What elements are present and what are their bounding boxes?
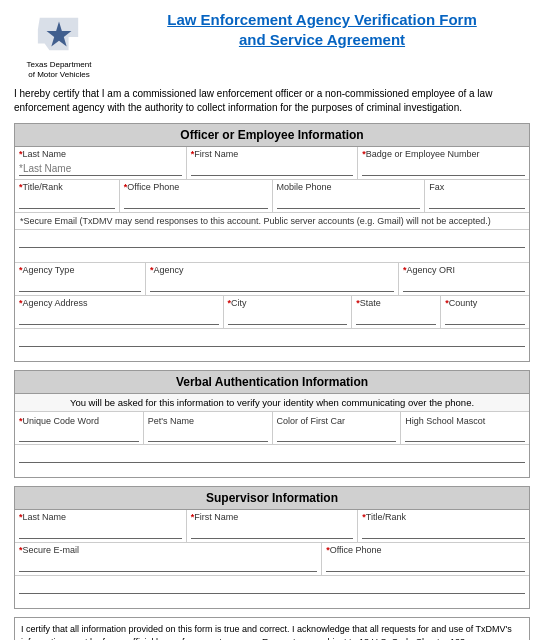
verbal-extra-input[interactable] bbox=[19, 449, 525, 463]
unique-code-cell: *Unique Code Word bbox=[15, 412, 144, 444]
sup-last-name-label: *Last Name bbox=[19, 512, 182, 522]
agency-type-input[interactable] bbox=[19, 278, 141, 292]
agency-address-full-input[interactable] bbox=[19, 333, 525, 347]
agency-cell: *Agency bbox=[146, 263, 399, 295]
secure-email-row: *Secure Email (TxDMV may send responses … bbox=[15, 213, 529, 230]
city-label: *City bbox=[228, 298, 348, 308]
title-rank-input[interactable] bbox=[19, 195, 115, 209]
supervisor-section: Supervisor Information *Last Name *First… bbox=[14, 486, 530, 609]
officer-row-1: *Last Name *First Name *Badge or Employe… bbox=[15, 147, 529, 180]
sup-title-rank-label: *Title/Rank bbox=[362, 512, 525, 522]
secure-email-input[interactable] bbox=[19, 234, 525, 248]
supervisor-row-1: *Last Name *First Name *Title/Rank bbox=[15, 510, 529, 543]
sup-email-label: *Secure E-mail bbox=[19, 545, 317, 555]
agency-address-input[interactable] bbox=[19, 311, 219, 325]
office-phone-input[interactable] bbox=[124, 195, 268, 209]
verbal-input-row bbox=[15, 445, 529, 477]
officer-section: Officer or Employee Information *Last Na… bbox=[14, 123, 530, 362]
verbal-section: Verbal Authentication Information You wi… bbox=[14, 370, 530, 478]
sup-last-name-input[interactable] bbox=[19, 525, 182, 539]
county-input[interactable] bbox=[445, 311, 525, 325]
city-cell: *City bbox=[224, 296, 353, 328]
agency-ori-cell: *Agency ORI bbox=[399, 263, 529, 295]
badge-label: *Badge or Employee Number bbox=[362, 149, 525, 159]
officer-section-title: Officer or Employee Information bbox=[15, 124, 529, 147]
page-header: Texas Department of Motor Vehicles Law E… bbox=[14, 10, 530, 79]
fax-input[interactable] bbox=[429, 195, 525, 209]
mobile-phone-label: Mobile Phone bbox=[277, 182, 421, 192]
high-school-mascot-input[interactable] bbox=[405, 428, 525, 442]
fax-label: Fax bbox=[429, 182, 525, 192]
first-name-cell: *First Name bbox=[187, 147, 359, 179]
agency-input[interactable] bbox=[150, 278, 394, 292]
state-input[interactable] bbox=[356, 311, 436, 325]
verbal-subtitle: You will be asked for this information t… bbox=[15, 394, 529, 412]
agency-type-cell: *Agency Type bbox=[15, 263, 146, 295]
mobile-phone-cell: Mobile Phone bbox=[273, 180, 426, 212]
badge-input[interactable] bbox=[362, 162, 525, 176]
sup-title-rank-input[interactable] bbox=[362, 525, 525, 539]
county-cell: *County bbox=[441, 296, 529, 328]
sup-office-phone-label: *Office Phone bbox=[326, 545, 525, 555]
agency-address-full-cell bbox=[15, 329, 529, 361]
sup-first-name-cell: *First Name bbox=[187, 510, 359, 542]
agency-row-1: *Agency Type *Agency *Agency ORI bbox=[15, 263, 529, 296]
sup-office-phone-cell: *Office Phone bbox=[322, 543, 529, 575]
sup-office-phone-input[interactable] bbox=[326, 558, 525, 572]
footer-box: I certify that all information provided … bbox=[14, 617, 530, 640]
first-name-input[interactable] bbox=[191, 162, 354, 176]
verbal-section-title: Verbal Authentication Information bbox=[15, 371, 529, 394]
footer-text: I certify that all information provided … bbox=[21, 624, 513, 640]
verbal-row-labels: *Unique Code Word Pet's Name Color of Fi… bbox=[15, 412, 529, 445]
sup-title-rank-cell: *Title/Rank bbox=[358, 510, 529, 542]
title-rank-cell: *Title/Rank bbox=[15, 180, 120, 212]
unique-code-label: *Unique Code Word bbox=[19, 416, 99, 426]
county-label: *County bbox=[445, 298, 525, 308]
sup-first-name-label: *First Name bbox=[191, 512, 354, 522]
officer-row-2: *Title/Rank *Office Phone Mobile Phone F… bbox=[15, 180, 529, 213]
badge-cell: *Badge or Employee Number bbox=[358, 147, 529, 179]
supervisor-extra-input[interactable] bbox=[19, 580, 525, 594]
high-school-mascot-label: High School Mascot bbox=[405, 416, 485, 426]
color-car-cell: Color of First Car bbox=[273, 412, 402, 444]
secure-email-notice: *Secure Email (TxDMV may send responses … bbox=[20, 216, 491, 226]
agency-ori-label: *Agency ORI bbox=[403, 265, 525, 275]
state-label: *State bbox=[356, 298, 436, 308]
supervisor-section-title: Supervisor Information bbox=[15, 487, 529, 510]
unique-code-input[interactable] bbox=[19, 428, 139, 442]
pets-name-cell: Pet's Name bbox=[144, 412, 273, 444]
secure-email-input-row bbox=[15, 230, 529, 263]
color-car-label: Color of First Car bbox=[277, 416, 346, 426]
title-area: Law Enforcement Agency Verification Form… bbox=[114, 10, 530, 49]
agency-address-cell: *Agency Address bbox=[15, 296, 224, 328]
supervisor-input-row bbox=[15, 576, 529, 608]
agency-ori-input[interactable] bbox=[403, 278, 525, 292]
city-input[interactable] bbox=[228, 311, 348, 325]
supervisor-row-2: *Secure E-mail *Office Phone bbox=[15, 543, 529, 576]
form-title: Law Enforcement Agency Verification Form… bbox=[114, 10, 530, 49]
logo-text: Texas Department of Motor Vehicles bbox=[27, 60, 92, 79]
logo-area: Texas Department of Motor Vehicles bbox=[14, 10, 104, 79]
office-phone-cell: *Office Phone bbox=[120, 180, 273, 212]
high-school-mascot-cell: High School Mascot bbox=[401, 412, 529, 444]
state-cell: *State bbox=[352, 296, 441, 328]
agency-address-label: *Agency Address bbox=[19, 298, 219, 308]
agency-type-label: *Agency Type bbox=[19, 265, 141, 275]
sup-first-name-input[interactable] bbox=[191, 525, 354, 539]
mobile-phone-input[interactable] bbox=[277, 195, 421, 209]
secure-email-cell bbox=[15, 230, 529, 262]
color-car-input[interactable] bbox=[277, 428, 397, 442]
title-rank-label: *Title/Rank bbox=[19, 182, 115, 192]
sup-email-input[interactable] bbox=[19, 558, 317, 572]
verbal-extra-input-cell bbox=[15, 445, 529, 477]
agency-row-2: *Agency Address *City *State *County bbox=[15, 296, 529, 329]
last-name-input[interactable] bbox=[19, 162, 182, 176]
sup-last-name-cell: *Last Name bbox=[15, 510, 187, 542]
office-phone-label: *Office Phone bbox=[124, 182, 268, 192]
txdmv-logo bbox=[29, 10, 89, 58]
pets-name-input[interactable] bbox=[148, 428, 268, 442]
last-name-cell: *Last Name bbox=[15, 147, 187, 179]
last-name-label: *Last Name bbox=[19, 149, 182, 159]
intro-text: I hereby certify that I am a commissione… bbox=[14, 87, 530, 115]
first-name-label: *First Name bbox=[191, 149, 354, 159]
